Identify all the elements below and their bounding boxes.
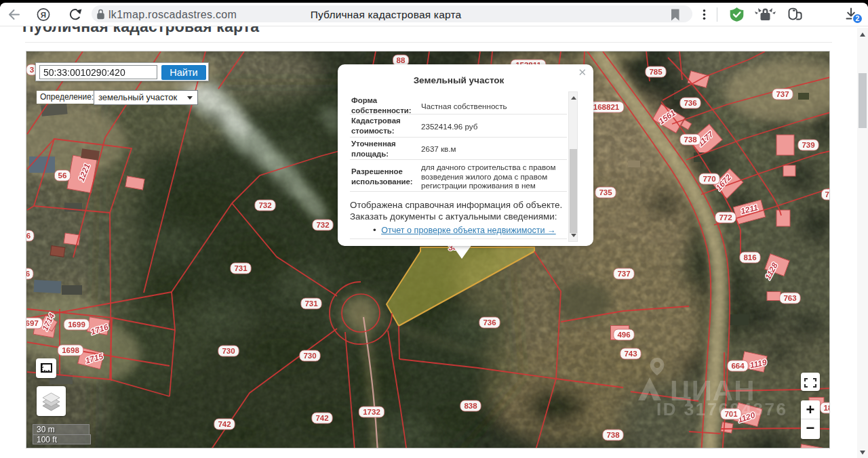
svg-text:742: 742 xyxy=(315,414,328,422)
svg-text:1697: 1697 xyxy=(26,319,39,327)
svg-text:lk1map.roscadastres.com: lk1map.roscadastres.com xyxy=(108,9,237,20)
svg-text:730: 730 xyxy=(222,347,235,355)
svg-text:6: 6 xyxy=(26,232,31,240)
svg-text:ID 317694376: ID 317694376 xyxy=(656,399,787,419)
svg-text:Публичная кадастровая карта: Публичная кадастровая карта xyxy=(311,9,462,20)
svg-text:1732: 1732 xyxy=(363,408,380,416)
svg-text:785: 785 xyxy=(649,68,663,76)
svg-text:731: 731 xyxy=(234,264,248,272)
svg-text:736: 736 xyxy=(684,99,696,107)
svg-text:6: 6 xyxy=(26,270,30,278)
svg-text:1698: 1698 xyxy=(62,346,79,354)
svg-text:56: 56 xyxy=(58,171,67,180)
svg-text:168821: 168821 xyxy=(593,103,620,111)
svg-text:Я: Я xyxy=(41,11,46,19)
svg-text:737: 737 xyxy=(617,270,630,278)
svg-text:730: 730 xyxy=(303,352,316,360)
svg-text:738: 738 xyxy=(606,431,620,439)
svg-text:3: 3 xyxy=(30,66,34,74)
svg-text:2: 2 xyxy=(856,14,860,22)
svg-text:772: 772 xyxy=(719,213,732,222)
svg-text:73: 73 xyxy=(825,190,829,199)
svg-text:732: 732 xyxy=(316,221,329,229)
svg-text:743: 743 xyxy=(624,350,637,358)
svg-text:664: 664 xyxy=(731,362,745,370)
svg-text:738: 738 xyxy=(684,136,697,144)
svg-text:739: 739 xyxy=(802,141,814,149)
svg-text:816: 816 xyxy=(743,253,756,262)
svg-text:742: 742 xyxy=(218,420,231,428)
svg-text:731: 731 xyxy=(304,299,318,308)
svg-text:1699: 1699 xyxy=(68,320,85,329)
svg-text:735: 735 xyxy=(599,188,612,196)
svg-text:838: 838 xyxy=(464,402,477,410)
svg-text:770: 770 xyxy=(703,175,715,183)
svg-text:732: 732 xyxy=(258,201,271,209)
svg-text:763: 763 xyxy=(783,294,796,302)
svg-text:496: 496 xyxy=(617,331,630,339)
svg-text:737: 737 xyxy=(776,90,789,98)
svg-text:88: 88 xyxy=(397,56,406,64)
svg-text:18: 18 xyxy=(824,404,829,412)
svg-text:736: 736 xyxy=(483,318,496,327)
